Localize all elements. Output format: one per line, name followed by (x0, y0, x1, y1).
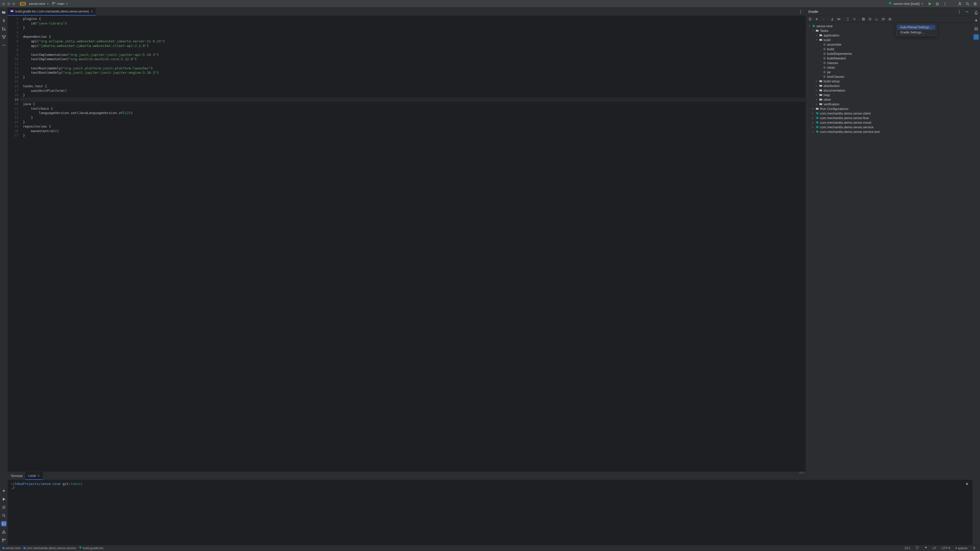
attach-icon[interactable] (836, 16, 842, 22)
tree-arrow-icon[interactable] (811, 126, 815, 128)
tree-row[interactable]: sense-nine (806, 24, 972, 28)
minimize-window[interactable] (7, 2, 10, 5)
tree-row[interactable]: build (806, 38, 972, 42)
add-icon[interactable] (814, 16, 819, 22)
tree-arrow-icon[interactable] (815, 84, 818, 87)
tree-row[interactable]: clean (806, 65, 972, 70)
vcs-tool-icon[interactable] (1, 537, 6, 543)
offline-mode-icon[interactable] (880, 16, 886, 22)
tree-row[interactable]: Tasks (806, 28, 972, 33)
tree-row[interactable]: documentation (806, 88, 972, 93)
collapse-all-icon[interactable] (852, 16, 857, 22)
tree-row[interactable]: buildNeeded (806, 56, 972, 60)
tree-arrow-icon[interactable] (808, 25, 811, 27)
tree-arrow-icon[interactable] (815, 34, 818, 37)
cursor-position[interactable]: 19:1 (903, 546, 912, 550)
tree-arrow-icon[interactable] (815, 94, 818, 96)
auto-reload-menu-item[interactable]: Auto-Reload Settings… (897, 25, 935, 30)
problems-tool-icon[interactable] (1, 529, 6, 535)
tree-row[interactable]: assemble (806, 42, 972, 47)
breadcrumb[interactable]: sense-nine › com.mechanitis.demo.sense.s… (3, 546, 103, 550)
project-tool-icon[interactable] (1, 10, 6, 15)
tree-row[interactable]: com.mechanitis.demo.sense.client (806, 111, 972, 116)
tree-row[interactable]: build setup (806, 79, 972, 83)
tree-row[interactable]: other (806, 97, 972, 102)
tree-row[interactable]: com.mechanitis.demo.sense.flow (806, 116, 972, 120)
ai-assistant-tool-icon[interactable] (974, 18, 979, 24)
select-task-icon[interactable] (874, 16, 880, 22)
panel-minimize-icon[interactable] (964, 9, 970, 14)
tree-row[interactable]: build (806, 47, 972, 51)
indent[interactable]: 4 spaces (954, 546, 969, 550)
debug-button[interactable] (935, 1, 940, 6)
encoding[interactable]: UTF-8 (940, 546, 952, 550)
gradle-settings-menu-item[interactable]: Gradle Settings… (897, 30, 935, 35)
branch-selector[interactable]: main ▼ (51, 1, 70, 6)
terminal-ai-icon[interactable] (964, 481, 970, 487)
terminal-tab-title[interactable]: Terminal (8, 472, 25, 480)
tree-row[interactable]: Run Configurations (806, 106, 972, 111)
tree-row[interactable]: com.mechanitis.demo.sense.service (806, 125, 972, 129)
gradle-tree[interactable]: sense-nineTasksapplicationbuildassembleb… (806, 23, 972, 472)
reload-icon[interactable] (807, 16, 813, 22)
tree-row[interactable]: application (806, 33, 972, 38)
tree-arrow-icon[interactable] (815, 80, 818, 83)
terminal-body[interactable]: ~/IdeaProjects/sense-nine git:[main] ./ (8, 480, 972, 545)
tree-row[interactable]: com.mechanitis.demo.sense.mood (806, 120, 972, 125)
panel-options-icon[interactable] (956, 9, 962, 14)
code-content[interactable]: plugins { id("java-library")}dependencie… (21, 16, 805, 472)
line-separator[interactable]: LF (931, 546, 938, 550)
database-tool-icon[interactable] (974, 26, 979, 32)
more-run-button[interactable] (942, 1, 948, 6)
settings-button[interactable] (972, 1, 978, 6)
shield-icon[interactable] (914, 546, 921, 550)
tree-row[interactable]: buildDependents (806, 51, 972, 56)
code-editor[interactable]: off 123456789101112131415161718192021222… (8, 16, 805, 472)
tree-arrow-icon[interactable] (811, 121, 815, 124)
search-button[interactable] (965, 1, 970, 6)
tree-arrow-icon[interactable] (811, 117, 815, 119)
analyze-deps-icon[interactable] (867, 16, 873, 22)
find-tool-icon[interactable] (1, 513, 6, 518)
services-tool-icon[interactable] (1, 505, 6, 510)
readonly-lock-icon[interactable] (971, 546, 977, 550)
ai-status-icon[interactable] (923, 546, 929, 550)
run-tool-icon[interactable] (1, 496, 6, 502)
download-sources-icon[interactable] (829, 16, 835, 22)
notifications-tool-icon[interactable] (974, 10, 979, 15)
tree-row[interactable]: com.mechanitis.demo.sense.service.test (806, 129, 972, 134)
run-button[interactable] (927, 1, 932, 6)
pull-requests-tool-icon[interactable] (1, 26, 6, 32)
more-tools-icon[interactable] (1, 42, 6, 48)
terminal-tab-local[interactable]: Local ✕ (25, 472, 43, 480)
tree-arrow-icon[interactable] (811, 107, 815, 110)
tree-arrow-icon[interactable] (811, 112, 815, 114)
project-selector[interactable]: SN sense-nine ▼ (18, 1, 51, 6)
tree-arrow-icon[interactable] (815, 98, 818, 101)
close-icon[interactable]: ✕ (37, 474, 40, 478)
maximize-window[interactable] (12, 2, 15, 5)
code-with-me-button[interactable] (957, 1, 963, 6)
ai-tool-icon[interactable] (1, 488, 6, 494)
task-activation-icon[interactable] (861, 16, 866, 22)
gradle-tool-icon[interactable] (974, 34, 979, 40)
terminal-tool-icon[interactable] (1, 521, 6, 527)
build-settings-icon[interactable] (887, 16, 893, 22)
tree-arrow-icon[interactable] (811, 29, 815, 32)
close-tab-icon[interactable]: ✕ (91, 10, 93, 13)
tree-arrow-icon[interactable] (811, 130, 815, 133)
commit-tool-icon[interactable] (1, 18, 6, 24)
tree-arrow-icon[interactable] (815, 38, 818, 41)
structure-tool-icon[interactable] (1, 34, 6, 40)
run-config-selector[interactable]: sense-nine [build] ▼ (887, 1, 925, 6)
tree-row[interactable]: distribution (806, 83, 972, 88)
tree-arrow-icon[interactable] (815, 89, 818, 92)
tree-row[interactable]: jar (806, 70, 972, 74)
expand-all-icon[interactable] (845, 16, 851, 22)
tree-arrow-icon[interactable] (815, 103, 818, 105)
tree-row[interactable]: testClasses (806, 74, 972, 79)
tab-options-icon[interactable] (798, 9, 803, 14)
tree-row[interactable]: classes (806, 60, 972, 65)
tree-row[interactable]: help (806, 93, 972, 97)
editor-tab[interactable]: build.gradle.kts (:com.mechanitis.demo.s… (8, 8, 96, 16)
